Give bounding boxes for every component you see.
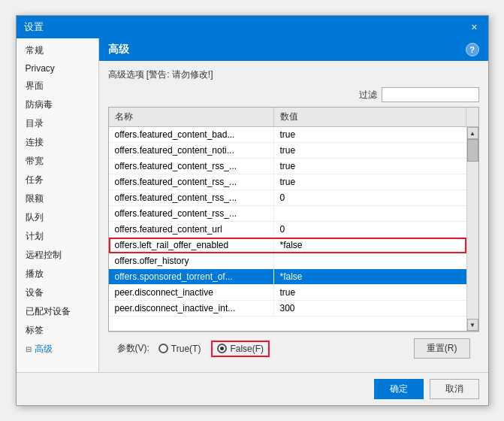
table-row[interactable]: offers.sponsored_torrent_of...*false — [109, 269, 466, 285]
radio-false-label: False(F) — [230, 344, 264, 354]
cell-name: peer.disconnect_inactive_int... — [109, 301, 274, 316]
col-value-header: 数值 — [274, 108, 466, 126]
scroll-down-button[interactable]: ▼ — [467, 319, 478, 331]
cell-name: offers.featured_content_rss_... — [109, 174, 274, 189]
radio-group: True(T) False(F) — [158, 342, 268, 356]
sidebar-item-2[interactable]: 界面 — [17, 77, 98, 95]
radio-false-option[interactable]: False(F) — [213, 342, 268, 356]
expand-icon: ⊟ — [26, 345, 32, 353]
cell-name: offers.featured_content_noti... — [109, 143, 274, 158]
sidebar-item-10[interactable]: 计划 — [17, 227, 98, 246]
col-scroll-header — [466, 108, 478, 126]
sidebar-item-6[interactable]: 带宽 — [17, 152, 98, 171]
table-row[interactable]: offers.featured_content_rss_...true — [109, 174, 466, 190]
sidebar-item-14[interactable]: 已配对设备 — [17, 302, 98, 321]
param-label: 参数(V): — [117, 342, 149, 355]
section-title: 高级 — [108, 43, 129, 56]
sidebar-item-0[interactable]: 常规 — [17, 41, 98, 60]
dialog-title: 设置 — [24, 20, 44, 34]
settings-table: 名称 数值 offers.featured_content_bad...true… — [108, 107, 479, 332]
cell-value: true — [274, 127, 466, 142]
sidebar-item-label: 防病毒 — [26, 99, 53, 110]
sidebar-item-label: 标签 — [26, 325, 44, 335]
sidebar-item-3[interactable]: 防病毒 — [17, 95, 98, 114]
filter-input[interactable] — [382, 87, 479, 102]
sidebar-item-label: 远程控制 — [26, 250, 62, 260]
sidebar-item-label: 任务 — [26, 174, 44, 185]
cell-value: 0 — [274, 190, 466, 205]
cell-value: true — [274, 174, 466, 189]
sidebar-item-4[interactable]: 目录 — [17, 114, 98, 133]
cell-value: true — [274, 143, 466, 158]
table-row[interactable]: offers.offer_history — [109, 253, 466, 269]
table-row[interactable]: offers.featured_content_rss_... — [109, 206, 466, 222]
bottom-bar: 参数(V): True(T) False(F) 重置(R) — [108, 332, 479, 365]
cell-name: offers.offer_history — [109, 253, 274, 268]
title-bar: 设置 × — [17, 16, 488, 38]
sidebar-item-11[interactable]: 远程控制 — [17, 246, 98, 265]
close-button[interactable]: × — [468, 21, 480, 33]
sidebar-item-label: 限额 — [26, 193, 44, 204]
help-icon[interactable]: ? — [466, 43, 479, 56]
radio-true-circle[interactable] — [158, 344, 168, 353]
sidebar-item-label: 队列 — [26, 212, 44, 223]
sidebar-item-label: 高级 — [35, 343, 53, 356]
sidebar-item-label: Privacy — [26, 63, 55, 74]
table-row[interactable]: peer.disconnect_inactive_int...300 — [109, 301, 466, 317]
cell-name: offers.left_rail_offer_enabled — [109, 238, 274, 253]
cell-name: offers.featured_content_url — [109, 222, 274, 237]
cell-name: offers.sponsored_torrent_of... — [109, 269, 274, 284]
sidebar-item-13[interactable]: 设备 — [17, 283, 98, 302]
scroll-track[interactable] — [467, 139, 478, 319]
cell-value — [274, 253, 466, 268]
table-row[interactable]: offers.featured_content_rss_...0 — [109, 190, 466, 206]
cell-value: 0 — [274, 222, 466, 237]
radio-true-option[interactable]: True(T) — [158, 344, 201, 354]
settings-dialog: 设置 × 常规Privacy界面防病毒目录连接带宽任务限额队列计划远程控制播放设… — [16, 15, 489, 406]
col-name-header: 名称 — [109, 108, 274, 126]
table-row[interactable]: offers.featured_content_url0 — [109, 222, 466, 238]
sidebar-item-label: 目录 — [26, 118, 44, 129]
radio-false-circle[interactable] — [217, 344, 227, 353]
sidebar-item-7[interactable]: 任务 — [17, 171, 98, 189]
sidebar-item-1[interactable]: Privacy — [17, 60, 98, 77]
sidebar-item-label: 界面 — [26, 80, 44, 91]
table-row[interactable]: offers.featured_content_bad...true — [109, 127, 466, 143]
sidebar-item-label: 计划 — [26, 231, 44, 241]
sidebar-item-12[interactable]: 播放 — [17, 265, 98, 283]
sidebar-item-5[interactable]: 连接 — [17, 133, 98, 152]
scroll-up-button[interactable]: ▲ — [467, 127, 478, 139]
main-header: 高级 ? — [99, 38, 488, 61]
sidebar-item-label: 设备 — [26, 287, 44, 298]
cell-value: 300 — [274, 301, 466, 316]
sidebar-item-16[interactable]: ⊟高级 — [17, 340, 98, 359]
scrollbar[interactable]: ▲ ▼ — [466, 127, 478, 331]
cell-name: peer.disconnect_inactive — [109, 285, 274, 300]
cell-name: offers.featured_content_rss_... — [109, 159, 274, 174]
sidebar-item-15[interactable]: 标签 — [17, 321, 98, 340]
table-row[interactable]: offers.left_rail_offer_enabled*false — [109, 238, 466, 253]
filter-row: 过滤 — [108, 87, 479, 102]
cell-value: true — [274, 285, 466, 300]
sidebar-item-label: 带宽 — [26, 156, 44, 166]
sidebar-item-9[interactable]: 队列 — [17, 208, 98, 227]
cell-name: offers.featured_content_rss_... — [109, 206, 274, 221]
sidebar-item-label: 播放 — [26, 268, 44, 279]
radio-true-label: True(T) — [171, 344, 201, 354]
cell-name: offers.featured_content_bad... — [109, 127, 274, 142]
reset-button[interactable]: 重置(R) — [414, 338, 470, 359]
confirm-button[interactable]: 确定 — [374, 379, 424, 399]
table-row[interactable]: offers.featured_content_rss_...true — [109, 159, 466, 174]
scroll-thumb[interactable] — [467, 139, 478, 162]
sidebar-item-label: 连接 — [26, 137, 44, 147]
cell-name: offers.featured_content_rss_... — [109, 190, 274, 205]
table-row[interactable]: peer.disconnect_inactivetrue — [109, 285, 466, 301]
cancel-button[interactable]: 取消 — [430, 379, 479, 399]
table-row[interactable]: offers.featured_content_noti...true — [109, 143, 466, 159]
table-body: offers.featured_content_bad...trueoffers… — [109, 127, 466, 331]
sidebar: 常规Privacy界面防病毒目录连接带宽任务限额队列计划远程控制播放设备已配对设… — [17, 38, 99, 372]
sidebar-item-8[interactable]: 限额 — [17, 189, 98, 208]
cell-value: *false — [274, 269, 466, 284]
dialog-body: 常规Privacy界面防病毒目录连接带宽任务限额队列计划远程控制播放设备已配对设… — [17, 38, 488, 372]
content-area: 高级选项 [警告: 请勿修改!] 过滤 名称 数值 offers.feat — [99, 61, 488, 372]
